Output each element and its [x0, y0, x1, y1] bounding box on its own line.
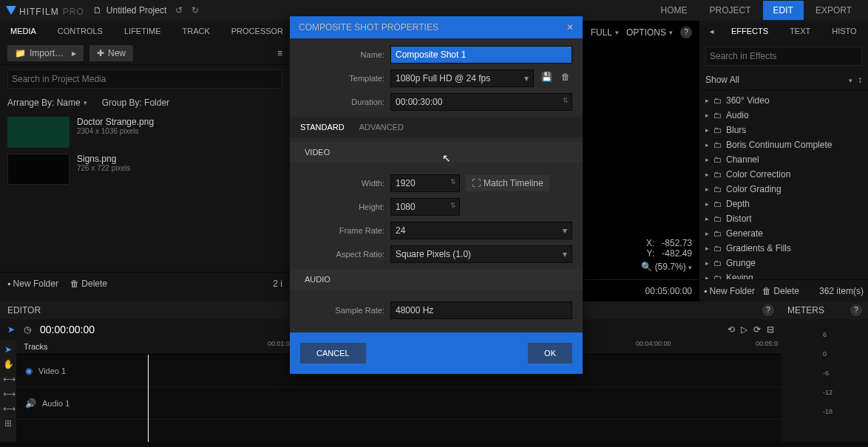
expand-icon[interactable]: ▸: [705, 200, 709, 208]
playhead[interactable]: [148, 340, 149, 442]
tab-effects[interactable]: EFFECTS: [721, 21, 779, 42]
list-icon[interactable]: ≡: [277, 48, 282, 58]
effects-folder[interactable]: ▸🗀Keying: [699, 270, 868, 279]
media-item[interactable]: Doctor Strange.png2304 x 1036 pixels: [7, 117, 282, 148]
help-icon[interactable]: ?: [850, 304, 862, 316]
ok-button[interactable]: OK: [528, 343, 572, 364]
search-icon[interactable]: 🔍: [641, 262, 652, 272]
eye-icon[interactable]: ◉: [25, 366, 33, 376]
undo-icon[interactable]: ↺: [175, 5, 183, 16]
expand-icon[interactable]: ▸: [705, 230, 709, 237]
tab-processor[interactable]: PROCESSOR: [221, 21, 294, 41]
help-icon[interactable]: ?: [680, 27, 692, 38]
name-label: Name:: [300, 50, 384, 59]
effects-folder[interactable]: ▸🗀Depth: [699, 197, 868, 211]
redo-icon[interactable]: ↻: [191, 5, 199, 16]
width-input[interactable]: 1920: [390, 174, 460, 192]
effects-search-input[interactable]: [705, 47, 862, 66]
expand-icon[interactable]: ▸: [705, 259, 709, 267]
expand-icon[interactable]: ▸: [705, 97, 709, 104]
loop-icon[interactable]: ⊟: [767, 324, 774, 335]
tab-history[interactable]: HISTO: [821, 21, 867, 42]
help-icon[interactable]: ?: [762, 304, 774, 316]
samplerate-input[interactable]: 48000 Hz: [390, 301, 572, 319]
slip-tool-icon[interactable]: ⟷: [3, 389, 13, 399]
effects-folder[interactable]: ▸🗀Blurs: [699, 123, 868, 137]
folder-icon: 🗀: [713, 185, 722, 194]
folder-icon: ▪: [7, 279, 10, 289]
tab-advanced[interactable]: ADVANCED: [359, 123, 404, 132]
close-icon[interactable]: ✕: [566, 22, 574, 33]
delete-template-icon[interactable]: 🗑: [559, 72, 572, 85]
rate-tool-icon[interactable]: ⟷: [3, 403, 13, 414]
play-icon[interactable]: ▷: [741, 324, 747, 335]
nav-edit[interactable]: EDIT: [763, 1, 804, 20]
slice-tool-icon[interactable]: ⟷: [3, 374, 13, 384]
timecode[interactable]: 00:00:00:00: [40, 324, 95, 335]
name-input[interactable]: Composite Shot 1: [390, 46, 572, 64]
expand-icon[interactable]: ▸: [705, 245, 709, 252]
next-frame-icon[interactable]: ⟳: [753, 324, 761, 335]
prev-frame-icon[interactable]: ⟲: [728, 324, 735, 335]
expand-icon[interactable]: ▸: [705, 274, 709, 279]
nav-export[interactable]: EXPORT: [805, 1, 862, 20]
tab-track[interactable]: TRACK: [172, 21, 220, 41]
effects-panel: ◂ EFFECTS TEXT HISTO Show All▾ ↕ ▸🗀360° …: [699, 21, 868, 301]
expand-icon[interactable]: ▸: [705, 126, 709, 134]
effects-folder[interactable]: ▸🗀Color Correction: [699, 167, 868, 182]
effects-folder[interactable]: ▸🗀Boris Continuum Complete: [699, 137, 868, 152]
full-dropdown[interactable]: FULL ▾: [591, 27, 619, 38]
zoom-level[interactable]: (59.7%): [655, 262, 686, 272]
cancel-button[interactable]: CANCEL: [300, 343, 366, 364]
match-timeline-button[interactable]: ⛶Match Timeline: [466, 175, 549, 191]
new-folder-button[interactable]: ▪ New Folder: [7, 279, 58, 289]
snap-tool-icon[interactable]: ⊞: [3, 418, 13, 429]
options-dropdown[interactable]: OPTIONS ▾: [626, 27, 673, 38]
new-button[interactable]: ✚New: [89, 45, 133, 61]
effects-folder[interactable]: ▸🗀Grunge: [699, 256, 868, 270]
duration-input[interactable]: 00:00:30:00: [390, 93, 572, 111]
effects-count: 362 item(s): [819, 286, 864, 296]
save-template-icon[interactable]: 💾: [540, 72, 553, 85]
effects-folder[interactable]: ▸🗀Generate: [699, 226, 868, 241]
expand-icon[interactable]: ▸: [705, 171, 709, 178]
tab-media[interactable]: MEDIA: [0, 21, 47, 41]
nav-home[interactable]: HOME: [651, 1, 698, 20]
speaker-icon[interactable]: 🔊: [25, 398, 36, 409]
tab-text[interactable]: TEXT: [779, 21, 821, 42]
expand-icon[interactable]: ▸: [705, 141, 709, 149]
template-dropdown[interactable]: 1080p Full HD @ 24 fps: [390, 69, 534, 87]
new-folder-button[interactable]: ▪ New Folder: [704, 286, 755, 296]
delete-button[interactable]: 🗑 Delete: [70, 279, 107, 289]
effects-folder[interactable]: ▸🗀360° Video: [699, 93, 868, 108]
effects-folder[interactable]: ▸🗀Gradients & Fills: [699, 241, 868, 256]
hand-tool-icon[interactable]: ✋: [3, 359, 13, 369]
media-search-input[interactable]: [7, 69, 282, 89]
show-all-dropdown[interactable]: Show All▾ ↕: [699, 70, 868, 90]
height-input[interactable]: 1080: [390, 198, 460, 216]
audio-track[interactable]: 🔊Audio 1: [16, 387, 781, 420]
expand-icon[interactable]: ▸: [705, 156, 709, 163]
tab-standard[interactable]: STANDARD: [300, 123, 345, 132]
arrange-dropdown[interactable]: Arrange By: Name▾: [7, 98, 87, 108]
effects-folder[interactable]: ▸🗀Color Grading: [699, 182, 868, 197]
select-tool-icon[interactable]: ➤: [3, 344, 13, 355]
media-item[interactable]: Signs.png726 x 722 pixels: [7, 154, 282, 185]
effects-folder[interactable]: ▸🗀Distort: [699, 211, 868, 226]
project-title[interactable]: 🗋 Untitled Project: [93, 5, 166, 16]
aspect-dropdown[interactable]: Square Pixels (1.0): [390, 245, 572, 263]
tab-controls[interactable]: CONTROLS: [47, 21, 114, 41]
nav-project[interactable]: PROJECT: [699, 1, 762, 20]
delete-button[interactable]: 🗑 Delete: [762, 286, 799, 296]
expand-icon[interactable]: ▸: [705, 215, 709, 222]
group-dropdown[interactable]: Group By: Folder: [102, 98, 169, 108]
tab-lifetime[interactable]: LIFETIME: [114, 21, 172, 41]
expand-icon[interactable]: ▸: [705, 112, 709, 119]
framerate-dropdown[interactable]: 24: [390, 222, 572, 239]
expand-icon[interactable]: ▸: [705, 185, 709, 193]
import-button[interactable]: 📁Import…▸: [7, 45, 84, 61]
nav-left-icon[interactable]: ◂: [699, 21, 721, 42]
arrow-icon[interactable]: ➤: [7, 324, 15, 335]
effects-folder[interactable]: ▸🗀Audio: [699, 108, 868, 123]
effects-folder[interactable]: ▸🗀Channel: [699, 152, 868, 167]
